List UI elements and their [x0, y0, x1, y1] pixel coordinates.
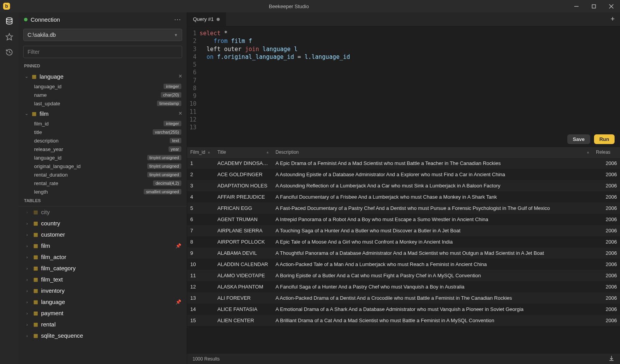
cell-year: 2006 — [593, 216, 620, 222]
column-row[interactable]: rental_ratedecimal(4,2) — [19, 179, 187, 187]
column-type-badge: timestamp — [157, 101, 181, 106]
pinned-table-film[interactable]: ⌄▦film× — [19, 108, 187, 119]
cell-year: 2006 — [593, 183, 620, 189]
star-icon[interactable] — [5, 33, 14, 41]
connection-menu-button[interactable]: ⋯ — [174, 15, 181, 24]
new-tab-button[interactable]: + — [605, 12, 620, 26]
activity-bar — [0, 12, 19, 364]
column-row[interactable]: release_yearyear — [19, 145, 187, 153]
table-row[interactable]: 2ACE GOLDFINGERA Astounding Epistle of a… — [187, 169, 620, 180]
column-row[interactable]: descriptiontext — [19, 136, 187, 145]
table-row[interactable]: 4AFFAIR PREJUDICEA Fanciful Documentary … — [187, 191, 620, 203]
column-row[interactable]: language_idtinyint unsigned — [19, 153, 187, 162]
chevron-right-icon: › — [26, 300, 30, 304]
cell-title: ALICE FANTASIA — [214, 306, 272, 312]
table-item-rental[interactable]: ›▦rental — [19, 319, 187, 330]
cell-year: 2006 — [593, 205, 620, 211]
column-name: language_id — [34, 84, 62, 89]
editor-code[interactable]: select * from film f left outer join lan… — [200, 29, 620, 131]
column-type-badge: varchar(255) — [153, 129, 181, 135]
table-icon: ▦ — [32, 74, 36, 79]
download-icon[interactable] — [608, 355, 615, 362]
table-row[interactable]: 15ALIEN CENTERA Brilliant Drama of a Cat… — [187, 315, 620, 326]
cell-description: A Fanciful Documentary of a Frisbee And … — [272, 194, 593, 200]
chevron-right-icon: › — [26, 311, 30, 316]
cell-title: ACADEMY DINOSAUR — [214, 160, 272, 166]
chevron-down-icon: ▼ — [174, 33, 178, 37]
column-name: description — [34, 138, 59, 144]
minimize-button[interactable] — [568, 0, 585, 12]
column-row[interactable]: titlevarchar(255) — [19, 128, 187, 136]
column-row[interactable]: rental_durationtinyint unsigned — [19, 170, 187, 179]
column-row[interactable]: film_idinteger — [19, 119, 187, 128]
column-row[interactable]: namechar(20) — [19, 91, 187, 99]
table-row[interactable]: 13ALI FOREVERA Action-Packed Drama of a … — [187, 292, 620, 304]
table-row[interactable]: 8AIRPORT POLLOCKA Epic Tale of a Moose A… — [187, 236, 620, 247]
chevron-down-icon: ⌄ — [25, 74, 29, 79]
table-row[interactable]: 12ALASKA PHANTOMA Fanciful Saga of a Hun… — [187, 281, 620, 292]
filter-input[interactable]: Filter — [23, 46, 182, 58]
column-header-release-year[interactable]: Releas — [593, 147, 620, 157]
column-type-badge: integer — [164, 84, 181, 89]
unpin-button[interactable]: × — [179, 73, 182, 80]
cell-year: 2006 — [593, 284, 620, 290]
column-name: release_year — [34, 146, 63, 152]
status-results-count: 1000 Results — [193, 356, 220, 362]
table-icon: ▦ — [33, 276, 38, 282]
column-row[interactable]: last_updatetimestamp — [19, 99, 187, 108]
table-item-inventory[interactable]: ›▦inventory — [19, 285, 187, 296]
table-row[interactable]: 7AIRPLANE SIERRAA Touching Saga of a Hun… — [187, 225, 620, 236]
run-button[interactable]: Run — [594, 134, 615, 144]
table-item-country[interactable]: ›▦country — [19, 218, 187, 229]
table-item-customer[interactable]: ›▦customer — [19, 229, 187, 240]
table-item-payment[interactable]: ›▦payment — [19, 307, 187, 319]
table-row[interactable]: 14ALICE FANTASIAA Emotional Drama of a A… — [187, 304, 620, 315]
column-row[interactable]: original_language_idtinyint unsigned — [19, 162, 187, 170]
column-name: film_id — [34, 121, 49, 127]
database-picker[interactable]: C:\sakila.db ▼ — [23, 29, 182, 41]
table-icon: ▦ — [33, 288, 38, 294]
close-button[interactable] — [603, 0, 620, 12]
cell-description: A Intrepid Panorama of a Robot And a Boy… — [272, 216, 593, 222]
table-name: country — [41, 220, 60, 227]
table-item-film_category[interactable]: ›▦film_category — [19, 263, 187, 274]
table-row[interactable]: 10ALADDIN CALENDARA Action-Packed Tale o… — [187, 259, 620, 270]
column-header-description[interactable]: Description▲ — [272, 147, 593, 157]
maximize-button[interactable] — [585, 0, 603, 12]
table-item-film_text[interactable]: ›▦film_text — [19, 274, 187, 285]
table-item-sqlite_sequence[interactable]: ›▦sqlite_sequence — [19, 330, 187, 341]
table-icon: ▦ — [33, 265, 38, 271]
table-item-language[interactable]: ›▦language📌 — [19, 296, 187, 307]
table-item-film[interactable]: ›▦film📌 — [19, 240, 187, 251]
cell-title: ALASKA PHANTOM — [214, 284, 272, 290]
cell-film-id: 7 — [187, 228, 214, 234]
table-name: language — [40, 73, 64, 80]
table-row[interactable]: 6AGENT TRUMANA Intrepid Panorama of a Ro… — [187, 214, 620, 225]
tab-query-1[interactable]: Query #1 — [187, 12, 226, 26]
cell-title: AFFAIR PREJUDICE — [214, 194, 272, 200]
table-row[interactable]: 11ALAMO VIDEOTAPEA Boring Epistle of a B… — [187, 270, 620, 281]
unpin-button[interactable]: × — [179, 110, 182, 117]
save-button[interactable]: Save — [567, 134, 590, 144]
column-type-badge: text — [170, 138, 181, 143]
svg-rect-1 — [592, 5, 596, 8]
table-item-city[interactable]: ›▦city — [19, 206, 187, 218]
table-row[interactable]: 5AFRICAN EGGA Fast-Paced Documentary of … — [187, 203, 620, 214]
cell-description: A Fast-Paced Documentary of a Pastry Che… — [272, 205, 593, 211]
table-name: film — [41, 242, 50, 249]
column-row[interactable]: language_idinteger — [19, 82, 187, 91]
table-row[interactable]: 3ADAPTATION HOLESA Astounding Reflection… — [187, 180, 620, 191]
cell-description: A Boring Epistle of a Butler And a Cat w… — [272, 273, 593, 278]
filter-placeholder: Filter — [28, 49, 40, 55]
column-name: rental_rate — [34, 180, 58, 186]
table-row[interactable]: 1ACADEMY DINOSAURA Epic Drama of a Femin… — [187, 158, 620, 169]
column-header-title[interactable]: Title▲ — [214, 147, 272, 157]
table-item-film_actor[interactable]: ›▦film_actor — [19, 251, 187, 263]
pinned-table-language[interactable]: ⌄▦language× — [19, 70, 187, 82]
history-icon[interactable] — [5, 48, 14, 57]
column-header-film-id[interactable]: Film_id▲ — [187, 147, 214, 157]
sql-editor[interactable]: 1 2 3 4 5 6 7 8 9 10 11 12 13 select * f… — [187, 26, 620, 131]
column-row[interactable]: lengthsmallint unsigned — [19, 187, 187, 196]
table-row[interactable]: 9ALABAMA DEVILA Thoughtful Panorama of a… — [187, 247, 620, 259]
database-icon[interactable] — [5, 17, 14, 26]
